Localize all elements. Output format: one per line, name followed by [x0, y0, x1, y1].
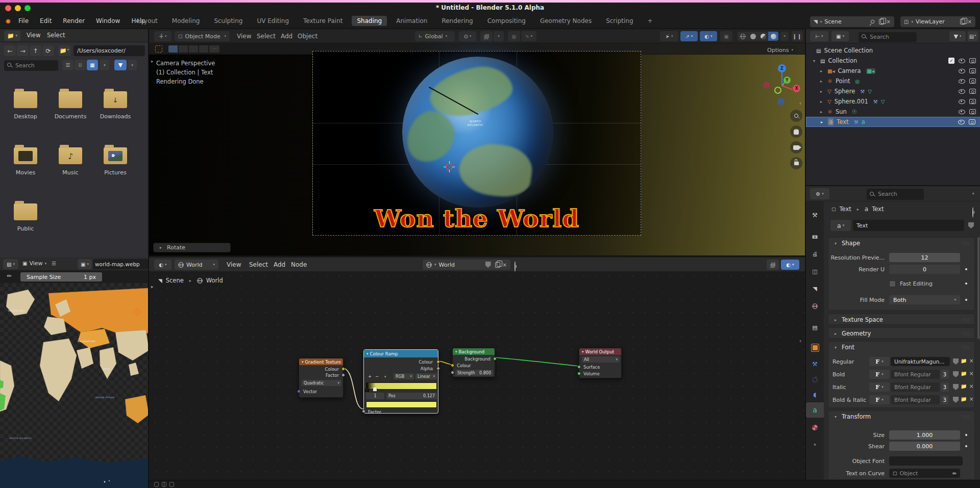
- filter-toggle-button[interactable]: ▼: [114, 60, 127, 70]
- open-font-icon[interactable]: 📁: [961, 358, 967, 364]
- disable-render-icon[interactable]: [969, 68, 976, 73]
- menu-file[interactable]: File: [18, 17, 29, 24]
- tab-material[interactable]: [806, 420, 824, 435]
- display-thumbnail-button[interactable]: ▦: [87, 60, 98, 70]
- hide-viewport-icon[interactable]: [959, 79, 965, 84]
- tab-object-data[interactable]: a: [806, 402, 824, 418]
- stop-index-field[interactable]: 1: [366, 393, 384, 399]
- tab-constraints[interactable]: ◖: [806, 387, 824, 402]
- fake-user-icon[interactable]: [953, 384, 959, 390]
- tab-sculpting[interactable]: Sculpting: [209, 16, 248, 26]
- forward-button[interactable]: →: [17, 45, 29, 56]
- socket-factor-out[interactable]: [341, 373, 345, 377]
- tab-collection[interactable]: ▤: [806, 320, 824, 335]
- snap-target-button[interactable]: [199, 45, 208, 53]
- tab-scripting[interactable]: Scripting: [601, 16, 638, 26]
- color-mode-dropdown[interactable]: RGB▾: [394, 373, 414, 379]
- interpolation-dropdown[interactable]: Quadratic▾: [302, 380, 341, 386]
- xray-toggle[interactable]: ▣: [720, 31, 732, 41]
- fast-editing-checkbox[interactable]: [889, 280, 896, 287]
- overlays-toggle[interactable]: ◐▾: [700, 31, 717, 41]
- font-bold-users-count[interactable]: 3: [941, 370, 949, 379]
- outliner-search-input[interactable]: [859, 32, 917, 42]
- tab-column-scroll-arrow[interactable]: ▾: [806, 437, 824, 452]
- shading-wireframe-button[interactable]: [738, 32, 748, 41]
- proportional-falloff-dropdown[interactable]: ∿▾: [521, 31, 536, 41]
- disable-render-icon[interactable]: [969, 119, 975, 124]
- disable-render-icon[interactable]: [969, 79, 976, 84]
- tab-compositing[interactable]: Compositing: [482, 16, 531, 26]
- font-italic-users-count[interactable]: 3: [941, 382, 949, 392]
- gizmo-y-axis[interactable]: Y: [783, 76, 791, 84]
- pin-icon[interactable]: [870, 19, 875, 24]
- menu-select[interactable]: Select: [47, 32, 65, 39]
- outliner-row-sphere-001[interactable]: ▸▽ Sphere.001 ⚒ ▽: [806, 96, 980, 107]
- add-stop-button[interactable]: +: [368, 374, 372, 379]
- toolbar-expand-arrow[interactable]: ▸: [151, 284, 154, 289]
- refresh-button[interactable]: ⟳: [42, 45, 54, 56]
- outliner-row-sun[interactable]: ▸☼ Sun ☉: [806, 107, 980, 117]
- snap-target-button[interactable]: [168, 45, 178, 53]
- menu-render[interactable]: Render: [63, 17, 85, 24]
- unlink-icon[interactable]: ×: [969, 383, 973, 389]
- menu-node[interactable]: Node: [291, 261, 307, 268]
- lock-view-button[interactable]: [790, 157, 802, 169]
- new-collection-button[interactable]: ▤⁺: [968, 31, 978, 41]
- transform-orientation-dropdown[interactable]: ∟Global▾: [415, 31, 455, 41]
- display-mode-dropdown[interactable]: ⊢▾: [810, 31, 828, 41]
- menu-view[interactable]: View: [237, 33, 251, 40]
- duplicate-icon[interactable]: [879, 19, 884, 24]
- sidebar-collapse-arrow[interactable]: ‹: [799, 100, 801, 106]
- socket-colour-out[interactable]: [436, 360, 440, 364]
- snap-toggle[interactable]: ∰: [767, 260, 779, 270]
- image-name-field[interactable]: world-map.webp: [93, 259, 148, 269]
- socket-alpha-out[interactable]: [436, 367, 440, 370]
- tab-physics[interactable]: ◌̇: [806, 372, 824, 387]
- pin-icon[interactable]: [514, 261, 516, 272]
- blender-logo-icon[interactable]: ✹: [5, 17, 14, 25]
- collapse-icon[interactable]: ▾: [832, 345, 839, 350]
- folder-item-pictures[interactable]: Pictures: [104, 136, 127, 192]
- path-field[interactable]: /Users/iosxcoder/: [74, 45, 145, 56]
- editor-type-button[interactable]: ◐▾: [154, 260, 172, 270]
- disable-render-icon[interactable]: [969, 58, 976, 63]
- text-on-curve-field[interactable]: ▢ Object ✎: [889, 469, 960, 478]
- editor-type-button[interactable]: ▧▾: [3, 259, 18, 269]
- disable-render-icon[interactable]: [969, 99, 976, 104]
- collapse-icon[interactable]: ▾: [832, 415, 839, 419]
- snap-dropdown[interactable]: ▾: [494, 31, 504, 41]
- font-bold-italic-users-count[interactable]: 3: [941, 395, 949, 404]
- shading-material-button[interactable]: [758, 32, 768, 41]
- filter-dropdown[interactable]: ▾: [128, 60, 137, 70]
- font-regular-name[interactable]: UnifrakturMagun...: [891, 357, 950, 366]
- folder-item-public[interactable]: Public: [14, 192, 37, 248]
- menu-view[interactable]: View: [29, 260, 42, 267]
- outliner-row-camera[interactable]: ▸▩◂ Camera ▩◂: [806, 66, 980, 76]
- snap-toggle[interactable]: ∰: [480, 31, 493, 41]
- unlink-icon[interactable]: ×: [887, 19, 891, 24]
- hide-viewport-icon[interactable]: [958, 120, 965, 124]
- unlink-icon[interactable]: ×: [969, 371, 973, 376]
- editor-type-button[interactable]: 📁▾: [4, 31, 20, 41]
- collapse-icon[interactable]: ▾: [832, 241, 839, 246]
- tab-object[interactable]: [806, 340, 824, 355]
- shading-dropdown[interactable]: ▾: [780, 32, 789, 41]
- new-folder-button[interactable]: 📁⁺: [58, 45, 71, 56]
- fake-user-icon[interactable]: [953, 358, 959, 365]
- open-font-icon[interactable]: 📁: [961, 383, 967, 389]
- tab-modifiers[interactable]: ⚒: [806, 356, 824, 372]
- font-bold-italic-f-dropdown[interactable]: F▾: [869, 395, 890, 404]
- fake-user-icon[interactable]: [953, 371, 959, 377]
- image-datablock-dropdown[interactable]: ▣▾: [78, 259, 92, 269]
- tab-world[interactable]: [806, 298, 824, 314]
- shear-field[interactable]: 0.000: [889, 442, 960, 451]
- duplicate-icon[interactable]: [960, 19, 965, 24]
- properties-search-input[interactable]: [867, 189, 924, 200]
- tab-layout[interactable]: Layout: [132, 16, 163, 26]
- tab-shading[interactable]: Shading: [352, 16, 387, 26]
- snap-target-button[interactable]: [189, 45, 198, 53]
- image-editor[interactable]: ▧▾ ▣ View ▾ ☰ ▣▾ world-map.webp ✎ Sample…: [0, 258, 149, 488]
- show-object-types-dropdown[interactable]: ➤̇▾: [660, 31, 678, 41]
- gizmo-x-axis[interactable]: X: [793, 85, 800, 92]
- font-bold-italic-name[interactable]: Bfont Regular: [891, 395, 940, 404]
